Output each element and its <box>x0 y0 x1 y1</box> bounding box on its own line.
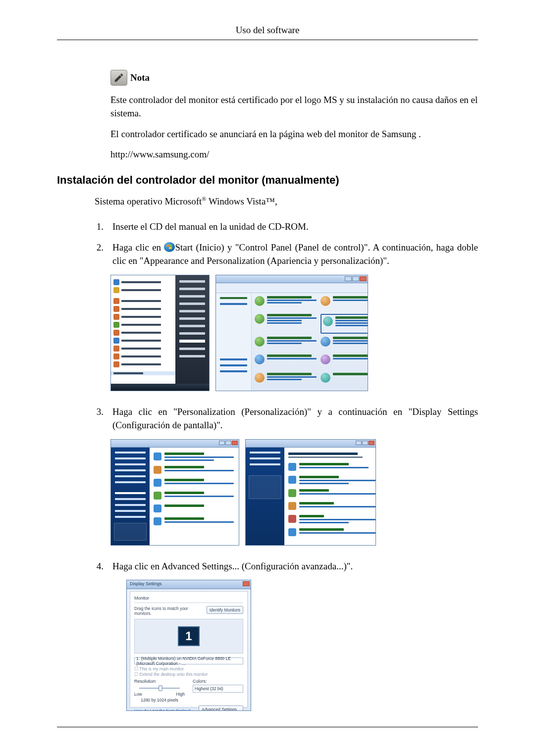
step-2: 2. Haga clic en Start (Inicio) y "Contro… <box>95 241 478 268</box>
advanced-settings-button: Advanced Settings... <box>199 706 243 711</box>
monitor-icon: 1 <box>178 626 200 646</box>
note-block: Nota Este controlador del monitor está c… <box>110 70 478 160</box>
system-line: Sistema operativo Microsoft® Windows Vis… <box>95 196 478 207</box>
step-text: Haga clic en "Personalization (Personali… <box>112 405 478 432</box>
dialog-hint-row: Drag the icons to match your monitors. I… <box>134 606 243 616</box>
start-menu-left <box>111 275 176 391</box>
section-heading: Instalación del controlador del monitor … <box>57 174 478 187</box>
step-4: 4. Haga clic en Advanced Settings... (Co… <box>95 559 478 573</box>
colors-group: Colors: Highest (32 bit) <box>193 679 243 703</box>
slider-low: Low <box>134 692 142 697</box>
screenshot-control-panel <box>215 275 368 391</box>
colors-dropdown: Highest (32 bit) <box>193 685 243 693</box>
step-text: Haga clic en Advanced Settings... (Confi… <box>112 559 478 573</box>
monitor-preview: 1 <box>134 619 243 654</box>
note-paragraph-1: Este controlador del monitor está certif… <box>110 94 478 120</box>
page-header-title: Uso del software <box>57 25 478 36</box>
dialog-titlebar: Display Settings <box>127 580 251 589</box>
panel-sidebar <box>111 448 150 545</box>
dialog-title: Display Settings <box>130 581 162 586</box>
steps-list-4: 4. Haga clic en Advanced Settings... (Co… <box>95 559 478 573</box>
steps-list: 1. Inserte el CD del manual en la unidad… <box>95 220 478 268</box>
screenshot-display-settings: Display Settings Monitor Drag the icons … <box>126 580 251 711</box>
step-text: Haga clic en Start (Inicio) y "Control P… <box>112 241 478 268</box>
step-2-pre: Haga clic en <box>112 242 164 252</box>
steps-list-3: 3. Haga clic en "Personalization (Person… <box>95 405 478 432</box>
header-rule <box>57 40 478 40</box>
appearance-personalization-link <box>321 314 368 334</box>
step-number: 3. <box>95 405 104 432</box>
cp-categories <box>255 296 365 388</box>
dialog-hint: Drag the icons to match your monitors. <box>134 606 204 616</box>
footer-rule <box>57 727 478 727</box>
help-link: How do I get the best display? <box>134 708 191 711</box>
panel-main <box>284 448 375 545</box>
screenshot-personalization-panel <box>245 439 376 546</box>
samsung-url: http://www.samsung.com/ <box>110 149 478 160</box>
pencil-note-icon <box>110 70 127 86</box>
screenshot-row-2 <box>110 439 478 546</box>
panel-main <box>150 448 239 545</box>
slider-high: High <box>176 692 185 697</box>
window-titlebar <box>216 275 368 283</box>
step-3: 3. Haga clic en "Personalization (Person… <box>95 405 478 432</box>
note-label: Nota <box>130 72 150 83</box>
note-paragraph-2: El controlador certificado se anunciará … <box>110 128 478 141</box>
step-text: Inserte el CD del manual en la unidad de… <box>112 220 478 234</box>
dialog-body: Monitor Drag the icons to match your mon… <box>130 591 248 707</box>
panel-sidebar <box>246 448 284 545</box>
resolution-slider <box>134 685 185 692</box>
dialog-tab: Monitor <box>134 595 243 603</box>
document-page: Uso del software Nota Este controlador d… <box>0 0 535 747</box>
screenshot-start-menu <box>110 275 210 391</box>
resolution-value: 1280 by 1024 pixels <box>134 698 185 703</box>
sys-pre: Sistema operativo Microsoft <box>95 196 202 206</box>
step-number: 2. <box>95 241 104 268</box>
sys-mid: Windows Vista™, <box>206 196 277 206</box>
address-bar <box>216 283 368 293</box>
checkbox-main-monitor: ☐ This is my main monitor <box>134 666 243 671</box>
resolution-group: Resolution: LowHigh 1280 by 1024 pixels <box>134 679 185 703</box>
taskbar <box>111 384 209 391</box>
windows-start-icon <box>164 242 175 252</box>
screenshot-appearance-panel <box>110 439 239 546</box>
screenshot-row-3: Display Settings Monitor Drag the icons … <box>126 580 478 711</box>
screenshot-row-1 <box>110 275 478 391</box>
start-menu-right <box>175 275 209 391</box>
resolution-label: Resolution: <box>134 679 185 684</box>
note-heading: Nota <box>110 70 478 86</box>
close-icon <box>243 581 250 586</box>
step-number: 4. <box>95 559 104 573</box>
colors-label: Colors: <box>193 679 243 684</box>
device-dropdown: 1. (Multiple Monitors) on NVIDIA GeForce… <box>134 657 243 664</box>
identify-monitors-button: Identify Monitors <box>207 606 243 614</box>
step-number: 1. <box>95 220 104 234</box>
checkbox-extend-desktop: ☐ Extend the desktop onto this monitor <box>134 672 243 677</box>
step-1: 1. Inserte el CD del manual en la unidad… <box>95 220 478 234</box>
cp-sidebar <box>216 293 252 391</box>
